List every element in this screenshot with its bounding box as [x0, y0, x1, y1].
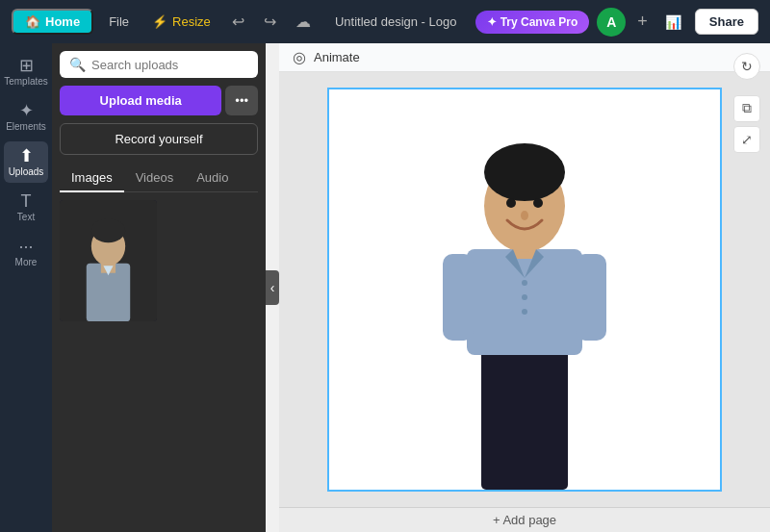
sidebar-item-more[interactable]: ··· More — [4, 232, 48, 273]
add-button[interactable]: + — [633, 10, 652, 34]
canvas-container: ⧉ ⤢ ↻ — [327, 88, 722, 492]
text-icon: T — [21, 192, 32, 210]
main-layout: ⊞ Templates ✦ Elements ⬆ Uploads T Text … — [0, 43, 770, 532]
sidebar-item-elements[interactable]: ✦ Elements — [4, 96, 48, 138]
sidebar-item-uploads[interactable]: ⬆ Uploads — [4, 141, 48, 183]
panel-collapse-handle[interactable] — [266, 270, 279, 305]
svg-point-19 — [533, 198, 543, 208]
svg-rect-8 — [443, 254, 474, 341]
resize-button[interactable]: ⚡ Resize — [144, 11, 218, 33]
tab-videos[interactable]: Videos — [124, 165, 186, 192]
tab-audio[interactable]: Audio — [185, 165, 240, 192]
share-button[interactable]: Share — [695, 9, 758, 35]
canvas-area: ◎ Animate ⧉ ⤢ ↻ — [279, 43, 770, 532]
elements-icon: ✦ — [19, 102, 34, 119]
design-canvas[interactable] — [327, 88, 722, 492]
expand-canvas-button[interactable]: ⤢ — [733, 126, 760, 153]
canvas-person-image — [428, 124, 621, 490]
upload-row: Upload media ••• — [60, 86, 258, 115]
search-input[interactable] — [91, 58, 253, 72]
lightning-icon: ⚡ — [152, 14, 167, 29]
add-page-bar[interactable]: + Add page — [279, 507, 770, 532]
svg-point-15 — [522, 280, 527, 286]
more-icon: ··· — [18, 238, 33, 255]
try-pro-button[interactable]: ✦ Try Canva Pro — [475, 11, 590, 34]
document-title: Untitled design - Logo — [324, 14, 468, 29]
search-bar: 🔍 — [60, 51, 258, 78]
analytics-icon: 📊 — [665, 14, 681, 30]
svg-point-3 — [91, 218, 125, 242]
svg-point-20 — [521, 211, 528, 220]
person-thumbnail-svg — [60, 200, 157, 321]
topbar: 🏠 Home File ⚡ Resize ↩ ↪ ☁ Untitled desi… — [0, 0, 770, 43]
star-icon: ✦ — [487, 15, 497, 29]
cloud-save-button[interactable]: ☁ — [290, 9, 317, 35]
icon-sidebar: ⊞ Templates ✦ Elements ⬆ Uploads T Text … — [0, 43, 52, 532]
upload-media-button[interactable]: Upload media — [60, 86, 221, 115]
record-yourself-button[interactable]: Record yourself — [60, 123, 258, 155]
redo-button[interactable]: ↪ — [258, 9, 282, 35]
animate-label[interactable]: Animate — [314, 50, 360, 64]
upload-more-button[interactable]: ••• — [225, 86, 258, 115]
copy-canvas-button[interactable]: ⧉ — [733, 95, 760, 122]
home-button[interactable]: 🏠 Home — [12, 9, 93, 35]
uploads-panel: 🔍 Upload media ••• Record yourself Image… — [52, 43, 266, 532]
image-grid — [60, 200, 258, 524]
svg-point-18 — [506, 198, 516, 208]
svg-point-17 — [522, 309, 527, 315]
undo-button[interactable]: ↩ — [226, 9, 250, 35]
svg-point-12 — [484, 143, 565, 201]
avatar[interactable]: A — [597, 8, 626, 37]
refresh-button[interactable]: ↻ — [733, 53, 760, 80]
templates-icon: ⊞ — [19, 57, 34, 74]
canvas-toolset: ⧉ ⤢ — [733, 95, 760, 153]
home-icon: 🏠 — [25, 14, 40, 29]
sidebar-item-templates[interactable]: ⊞ Templates — [4, 51, 48, 92]
svg-point-16 — [522, 294, 527, 300]
tab-images[interactable]: Images — [60, 165, 124, 192]
animate-bar: ◎ Animate — [279, 43, 770, 72]
upload-thumbnail[interactable] — [60, 200, 157, 321]
add-page-label: + Add page — [493, 513, 556, 527]
svg-rect-6 — [481, 336, 568, 490]
canvas-wrapper: ⧉ ⤢ ↻ — [279, 72, 770, 507]
sidebar-item-text[interactable]: T Text — [4, 187, 48, 228]
svg-rect-7 — [467, 249, 582, 355]
media-tabs: Images Videos Audio — [60, 165, 258, 192]
svg-rect-9 — [576, 254, 606, 341]
topbar-right: ✦ Try Canva Pro A + 📊 Share — [475, 8, 758, 37]
animate-icon: ◎ — [293, 48, 306, 66]
uploads-icon: ⬆ — [19, 147, 34, 165]
analytics-button[interactable]: 📊 — [659, 11, 687, 34]
file-button[interactable]: File — [101, 11, 137, 33]
search-icon: 🔍 — [69, 57, 86, 72]
